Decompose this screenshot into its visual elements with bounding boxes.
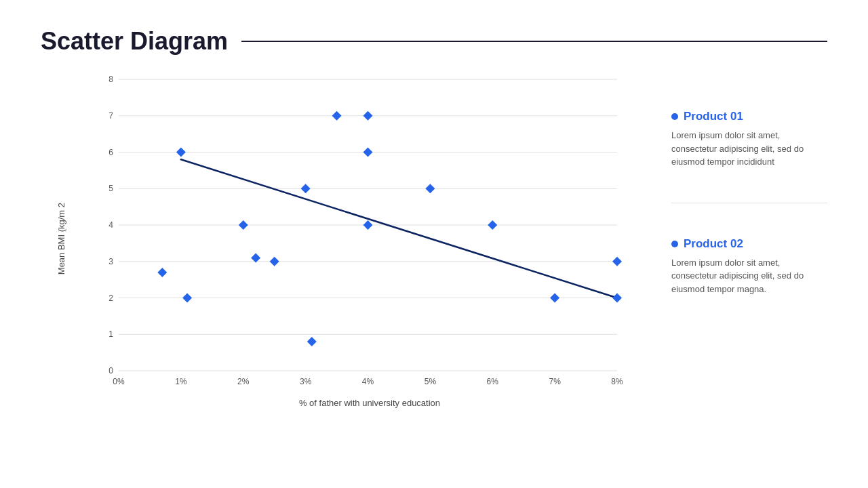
page: Scatter Diagram Mean BMI (kg/m 2 0123456… — [0, 0, 868, 488]
svg-text:3%: 3% — [300, 377, 312, 386]
scatter-point — [332, 111, 342, 121]
legend-title-1: Product 01 — [684, 110, 743, 123]
title-divider — [241, 41, 827, 42]
svg-text:0%: 0% — [113, 377, 125, 386]
scatter-point — [157, 268, 167, 277]
chart-area: Mean BMI (kg/m 2 0123456780%1%2%3%4%5%6%… — [41, 69, 651, 455]
svg-text:2%: 2% — [237, 377, 250, 386]
svg-line-27 — [181, 159, 617, 298]
svg-text:8%: 8% — [611, 377, 623, 386]
scatter-point — [550, 293, 559, 303]
scatter-point — [425, 184, 435, 193]
svg-text:4%: 4% — [362, 377, 374, 386]
scatter-point — [176, 148, 186, 157]
legend-divider — [671, 203, 827, 203]
x-axis-label: % of father with university education — [299, 398, 440, 408]
scatter-point — [239, 220, 248, 230]
svg-text:2: 2 — [108, 293, 113, 303]
scatter-point — [488, 220, 497, 230]
svg-text:6: 6 — [108, 148, 113, 157]
svg-text:7%: 7% — [549, 377, 561, 386]
svg-text:7: 7 — [108, 111, 113, 121]
svg-text:8: 8 — [108, 75, 113, 84]
svg-text:4: 4 — [108, 220, 113, 230]
scatter-point — [307, 337, 317, 346]
chart-inner: 0123456780%1%2%3%4%5%6%7%8% % of father … — [88, 69, 651, 408]
scatter-point — [182, 293, 192, 303]
svg-text:0: 0 — [108, 366, 113, 375]
legend-area: Product 01 Lorem ipsum dolor sit amet, c… — [651, 69, 827, 455]
svg-text:3: 3 — [108, 257, 113, 266]
page-title: Scatter Diagram — [41, 27, 228, 56]
header: Scatter Diagram — [41, 27, 827, 56]
scatter-point — [612, 257, 622, 266]
legend-dot-1 — [671, 113, 678, 120]
svg-text:1%: 1% — [175, 377, 187, 386]
scatter-point — [301, 184, 311, 193]
svg-text:5%: 5% — [425, 377, 437, 386]
main-content: Mean BMI (kg/m 2 0123456780%1%2%3%4%5%6%… — [41, 69, 827, 455]
legend-title-row-1: Product 01 — [671, 110, 827, 123]
legend-title-row-2: Product 02 — [671, 237, 827, 251]
legend-title-2: Product 02 — [684, 237, 743, 251]
scatter-point — [363, 220, 373, 230]
scatter-point — [363, 111, 373, 121]
svg-text:6%: 6% — [487, 377, 499, 386]
legend-item-2: Product 02 Lorem ipsum dolor sit amet, c… — [671, 237, 827, 296]
svg-text:5: 5 — [108, 184, 113, 193]
legend-item-1: Product 01 Lorem ipsum dolor sit amet, c… — [671, 110, 827, 169]
scatter-point — [270, 257, 279, 266]
y-axis-label: Mean BMI (kg/m 2 — [56, 203, 66, 274]
scatter-chart: 0123456780%1%2%3%4%5%6%7%8% — [88, 69, 631, 408]
legend-desc-2: Lorem ipsum dolor sit amet, consectetur … — [671, 256, 827, 296]
svg-text:1: 1 — [108, 329, 113, 339]
scatter-point — [363, 148, 373, 157]
scatter-point — [612, 293, 622, 303]
legend-dot-2 — [671, 241, 678, 247]
legend-desc-1: Lorem ipsum dolor sit amet, consectetur … — [671, 129, 827, 169]
